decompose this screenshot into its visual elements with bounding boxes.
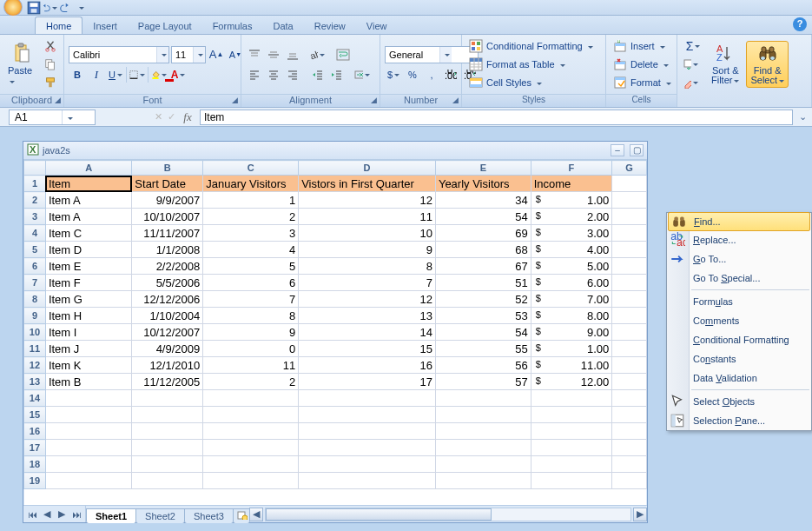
align-bottom-button[interactable] (284, 46, 301, 63)
fill-button[interactable] (682, 56, 699, 73)
menu-comments[interactable]: Comments (667, 311, 811, 330)
cell-E18[interactable] (435, 456, 531, 473)
tab-review[interactable]: Review (304, 17, 356, 34)
cell-G11[interactable] (612, 341, 647, 357)
save-button[interactable] (26, 1, 42, 15)
italic-button[interactable]: I (88, 66, 105, 83)
bold-button[interactable]: B (69, 66, 86, 83)
cell-A12[interactable]: Item K (45, 357, 131, 374)
cell-E1[interactable]: Yearly Visitors (435, 176, 531, 192)
cell-B12[interactable]: 12/1/2010 (132, 357, 203, 374)
tab-view[interactable]: View (356, 17, 398, 34)
cut-button[interactable] (42, 37, 59, 55)
redo-button[interactable] (57, 1, 73, 15)
cell-C18[interactable] (203, 456, 299, 473)
row-header-6[interactable]: 6 (24, 258, 46, 275)
cell-G19[interactable] (612, 473, 647, 489)
hscroll-track[interactable] (265, 508, 631, 521)
menu-goto[interactable]: Go To... (667, 249, 811, 269)
cell-C11[interactable]: 0 (203, 341, 299, 357)
clipboard-launcher[interactable]: ◢ (53, 96, 62, 104)
cell-D19[interactable] (299, 473, 436, 489)
cell-C1[interactable]: January Visitors (203, 176, 299, 192)
cell-E15[interactable] (435, 407, 531, 423)
row-header-1[interactable]: 1 (24, 176, 46, 192)
cell-G13[interactable] (612, 374, 647, 390)
alignment-launcher[interactable]: ◢ (369, 96, 378, 104)
cell-E2[interactable]: 34 (435, 192, 531, 209)
row-header-2[interactable]: 2 (24, 192, 46, 209)
insert-function-button[interactable]: fx (181, 110, 195, 124)
chevron-down-icon[interactable] (156, 47, 168, 63)
cell-A3[interactable]: Item A (45, 209, 131, 225)
menu-selection-pane[interactable]: Selection Pane... (667, 411, 811, 430)
sheet-grid[interactable]: ABCDEFG1ItemStart DateJanuary VisitorsVi… (23, 159, 647, 505)
cell-D10[interactable]: 14 (299, 324, 436, 341)
sheet-tab-3[interactable]: Sheet3 (184, 508, 234, 523)
cell-B13[interactable]: 11/12/2005 (132, 374, 203, 390)
row-header-16[interactable]: 16 (24, 423, 46, 440)
cell-C10[interactable]: 9 (203, 324, 299, 341)
col-header-E[interactable]: E (435, 161, 531, 176)
cell-D9[interactable]: 13 (299, 308, 436, 324)
cell-G4[interactable] (612, 225, 647, 242)
number-format-input[interactable] (386, 47, 439, 63)
cell-A10[interactable]: Item I (45, 324, 131, 341)
decrease-indent-button[interactable] (308, 66, 326, 83)
cell-D4[interactable]: 10 (299, 225, 436, 242)
cell-E12[interactable]: 56 (435, 357, 531, 374)
name-box[interactable] (9, 110, 96, 125)
delete-cells-button[interactable]: Delete (611, 56, 674, 73)
cell-G7[interactable] (612, 275, 647, 291)
formula-bar-expand[interactable]: ⌄ (793, 111, 812, 123)
cell-E5[interactable]: 68 (435, 242, 531, 258)
cell-F2[interactable]: $1.00 (531, 192, 612, 209)
cell-C15[interactable] (203, 407, 299, 423)
cell-A8[interactable]: Item G (45, 291, 131, 308)
sort-filter-button[interactable]: AZ Sort &Filter (708, 42, 743, 87)
cell-C8[interactable]: 7 (203, 291, 299, 308)
cell-E6[interactable]: 67 (435, 258, 531, 275)
cell-D3[interactable]: 11 (299, 209, 436, 225)
align-center-button[interactable] (265, 66, 282, 83)
cell-D18[interactable] (299, 456, 436, 473)
cell-C4[interactable]: 3 (203, 225, 299, 242)
cell-A9[interactable]: Item H (45, 308, 131, 324)
autosum-button[interactable]: Σ (682, 37, 704, 55)
row-header-17[interactable]: 17 (24, 440, 46, 456)
menu-constants[interactable]: Constants (667, 349, 811, 368)
cell-E4[interactable]: 69 (435, 225, 531, 242)
cell-D8[interactable]: 12 (299, 291, 436, 308)
menu-select-objects[interactable]: Select Objects (667, 392, 811, 411)
cell-A11[interactable]: Item J (45, 341, 131, 357)
minimize-button[interactable]: – (611, 144, 624, 156)
conditional-formatting-button[interactable]: Conditional Formatting (466, 37, 596, 55)
row-header-5[interactable]: 5 (24, 242, 46, 258)
row-header-7[interactable]: 7 (24, 275, 46, 291)
cell-A13[interactable]: Item B (45, 374, 131, 390)
cell-B17[interactable] (132, 440, 203, 456)
font-launcher[interactable]: ◢ (230, 96, 239, 104)
font-size-combo[interactable] (171, 46, 206, 63)
cell-B4[interactable]: 11/11/2007 (132, 225, 203, 242)
tab-home[interactable]: Home (35, 17, 83, 34)
insert-cells-button[interactable]: Insert (611, 37, 674, 55)
col-header-F[interactable]: F (531, 161, 612, 176)
cell-D16[interactable] (299, 423, 436, 440)
cell-B15[interactable] (132, 407, 203, 423)
cell-C19[interactable] (203, 473, 299, 489)
cell-G18[interactable] (612, 456, 647, 473)
maximize-button[interactable]: ▢ (630, 144, 644, 156)
row-header-4[interactable]: 4 (24, 225, 46, 242)
sheet-tab-2[interactable]: Sheet2 (135, 508, 185, 523)
col-header-G[interactable]: G (612, 161, 647, 176)
sheet-nav-next[interactable]: ▶ (55, 508, 69, 521)
cell-G16[interactable] (612, 423, 647, 440)
office-button[interactable] (3, 0, 23, 17)
cell-D7[interactable]: 7 (299, 275, 436, 291)
new-sheet-tab[interactable] (233, 508, 250, 523)
menu-replace[interactable]: abac Replace... (667, 230, 811, 249)
cell-E16[interactable] (435, 423, 531, 440)
cell-G1[interactable] (612, 176, 647, 192)
cell-E7[interactable]: 51 (435, 275, 531, 291)
